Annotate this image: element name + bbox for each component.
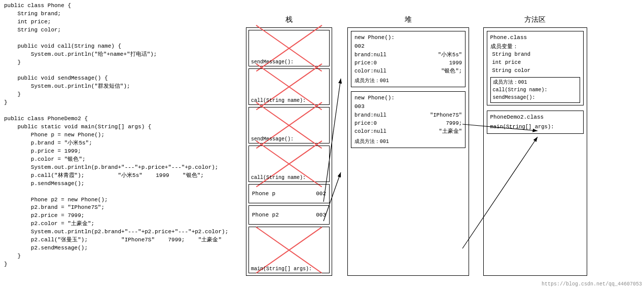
stack-frame-p: Phone p 002 <box>248 184 330 203</box>
heap-obj1-field1: price:0 7999; <box>354 120 462 128</box>
heap-box: new Phone():002 brand:null "小米5s" price:… <box>347 27 469 276</box>
heap-obj1-field2: color:null "土豪金" <box>354 128 462 136</box>
stack-frame-3: call(String name): <box>248 146 330 182</box>
heap-obj0-method: 成员方法：001 <box>354 77 462 85</box>
stack-frame-0: sendMessage(): <box>248 30 330 66</box>
method-phonedemo2-class: PhoneDemo2.class main(String[] args): <box>487 111 584 134</box>
heap-title: 堆 <box>340 15 477 24</box>
heap-object-1: new Phone():003 brand:null "IPhone7S" pr… <box>351 91 466 148</box>
method-phonedemo2-title: PhoneDemo2.class <box>490 113 580 122</box>
heap-object-0: new Phone():002 brand:null "小米5s" price:… <box>351 31 466 87</box>
stack-frame-p2-addr: 003 <box>316 212 326 218</box>
stack-main-label: main(String[] args): <box>251 266 312 272</box>
stack-frame-p2: Phone p2 003 <box>248 205 330 225</box>
method-phone-vars: String brandint priceString color <box>490 51 580 75</box>
stack-frame-main: main(String[] args): <box>248 227 330 273</box>
method-box: Phone.class 成员变量： String brandint priceS… <box>483 27 587 276</box>
stack-section: 栈 sendMessage(): call(String name): send… <box>238 0 340 289</box>
method-title: 方法区 <box>477 15 593 24</box>
method-phone-method-label: 成员方法：001 <box>493 79 578 86</box>
method-phone-member-label: 成员变量： <box>490 43 580 51</box>
heap-obj0-field1: price:0 1999 <box>354 59 462 67</box>
method-phonedemo2-main: main(String[] args): <box>490 123 580 131</box>
heap-obj0-field2: color:null "银色"; <box>354 67 462 76</box>
method-phone-methods-box: 成员方法：001 call(String name):sendMessage()… <box>490 77 580 103</box>
heap-obj0-title: new Phone():002 <box>354 33 462 50</box>
watermark: https://blog.csdn.net/qq_44607053 <box>542 281 642 287</box>
method-phone-class: Phone.class 成员变量： String brandint priceS… <box>487 31 584 105</box>
stack-frame-p-name: Phone p <box>252 191 275 197</box>
code-section: public class Phone { String brand; int p… <box>0 0 238 289</box>
heap-section: 堆 new Phone():002 brand:null "小米5s" pric… <box>340 0 477 289</box>
main-container: public class Phone { String brand; int p… <box>0 0 644 289</box>
heap-obj1-field0: brand:null "IPhone7S" <box>354 112 462 120</box>
stack-frame-1: call(String name): <box>248 68 330 105</box>
stack-box: sendMessage(): call(String name): sendMe… <box>246 27 332 276</box>
heap-obj0-field0: brand:null "小米5s" <box>354 51 462 59</box>
stack-frame-2: sendMessage(): <box>248 107 330 143</box>
heap-obj1-title: new Phone():003 <box>354 94 462 111</box>
stack-frame-label-3: call(String name): <box>251 175 306 180</box>
stack-frame-p-addr: 002 <box>316 191 326 197</box>
method-section: 方法区 Phone.class 成员变量： String brandint pr… <box>477 0 593 289</box>
stack-frame-label-1: call(String name): <box>251 98 306 103</box>
stack-frame-p2-name: Phone p2 <box>252 212 279 218</box>
heap-obj1-method: 成员方法：001 <box>354 138 462 146</box>
method-phone-title: Phone.class <box>490 33 580 42</box>
method-phone-method-list: call(String name):sendMessage(): <box>493 86 578 101</box>
stack-title: 栈 <box>238 15 340 24</box>
